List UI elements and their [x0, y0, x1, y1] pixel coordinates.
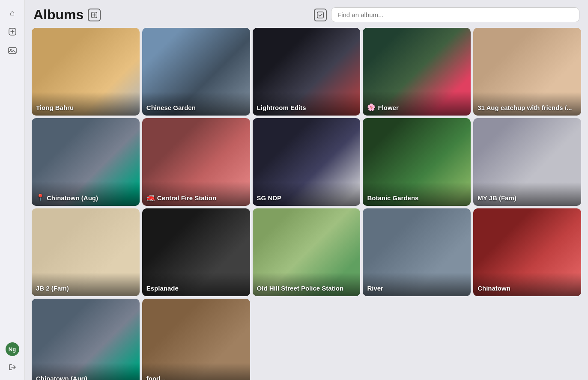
- album-title: River: [367, 285, 383, 292]
- album-label: Chinese Garden: [142, 92, 250, 116]
- album-label: Old Hill Street Police Station: [253, 273, 361, 296]
- album-card-ndp[interactable]: SG NDP: [253, 118, 361, 206]
- album-title: Tiong Bahru: [36, 104, 74, 111]
- sidebar-home-icon[interactable]: ⌂: [5, 5, 20, 21]
- album-card-chinatown2[interactable]: Chinatown: [473, 208, 581, 296]
- album-title: Old Hill Street Police Station: [257, 285, 344, 292]
- album-card-jb-fam[interactable]: MY JB (Fam): [473, 118, 581, 206]
- svg-rect-1: [9, 48, 16, 53]
- album-title: Flower: [378, 104, 398, 111]
- header-right: [314, 7, 579, 22]
- sidebar: ⌂ Ng: [0, 0, 25, 380]
- album-title: 31 Aug catchup with friends /...: [478, 104, 572, 111]
- album-card-esplanade[interactable]: Esplanade: [142, 208, 250, 296]
- sidebar-photos-icon[interactable]: [5, 43, 20, 58]
- album-title: Botanic Gardens: [367, 194, 418, 202]
- album-label: Chinatown (Aug): [32, 363, 140, 380]
- album-label: Chinatown: [473, 273, 581, 296]
- album-card-flower[interactable]: 🌸Flower: [363, 28, 471, 116]
- add-album-button[interactable]: [88, 9, 101, 21]
- album-emoji: 📍: [36, 193, 45, 202]
- sidebar-add-icon[interactable]: [5, 24, 20, 39]
- album-card-lightroom[interactable]: Lightroom Edits: [253, 28, 361, 116]
- album-label: River: [363, 273, 471, 296]
- title-text: Albums: [33, 7, 84, 23]
- album-card-river[interactable]: River: [363, 208, 471, 296]
- album-label: MY JB (Fam): [473, 182, 581, 206]
- album-label: Lightroom Edits: [253, 92, 361, 116]
- album-label: Esplanade: [142, 273, 250, 296]
- album-title: Chinatown: [478, 285, 510, 292]
- album-label: 📍Chinatown (Aug): [32, 181, 140, 206]
- album-card-central-fire[interactable]: 🚒Central Fire Station: [142, 118, 250, 206]
- album-label: Tiong Bahru: [32, 92, 140, 116]
- album-emoji: 🚒: [146, 193, 155, 202]
- album-card-chinatown-aug[interactable]: 📍Chinatown (Aug): [32, 118, 140, 206]
- album-card-chinatown-aug2[interactable]: Chinatown (Aug): [32, 299, 140, 380]
- album-label: 🌸Flower: [363, 91, 471, 116]
- album-title: Chinese Garden: [146, 104, 196, 111]
- album-label: Botanic Gardens: [363, 182, 471, 206]
- album-title: JB 2 (Fam): [36, 285, 69, 292]
- album-card-jb2[interactable]: JB 2 (Fam): [32, 208, 140, 296]
- album-label: 31 Aug catchup with friends /...: [473, 92, 581, 116]
- page-title: Albums: [33, 7, 101, 23]
- album-card-food[interactable]: food...: [142, 299, 250, 380]
- album-title: Lightroom Edits: [257, 104, 306, 111]
- album-card-catchup[interactable]: 31 Aug catchup with friends /...: [473, 28, 581, 116]
- select-button[interactable]: [314, 9, 327, 21]
- album-card-tiong-bahru[interactable]: Tiong Bahru: [32, 28, 140, 116]
- album-title: Central Fire Station: [157, 194, 216, 202]
- search-input[interactable]: [331, 7, 579, 22]
- svg-rect-4: [317, 12, 324, 18]
- sidebar-bottom: Ng: [5, 342, 20, 375]
- albums-grid: Tiong BahruChinese GardenLightroom Edits…: [25, 28, 588, 380]
- header: Albums: [25, 0, 588, 28]
- main-content: Albums Tiong BahruChinese GardenLightroo…: [25, 0, 588, 380]
- album-title: food...: [146, 375, 166, 380]
- album-title: Esplanade: [146, 285, 179, 292]
- album-title: Chinatown (Aug): [36, 375, 87, 380]
- album-card-hill-street[interactable]: Old Hill Street Police Station: [253, 208, 361, 296]
- album-label: SG NDP: [253, 182, 361, 206]
- album-label: food...: [142, 363, 250, 380]
- album-emoji: 🌸: [367, 103, 376, 111]
- album-card-chinese-garden[interactable]: Chinese Garden: [142, 28, 250, 116]
- sidebar-logout-icon[interactable]: [5, 359, 20, 375]
- album-card-botanic[interactable]: Botanic Gardens: [363, 118, 471, 206]
- avatar[interactable]: Ng: [6, 342, 19, 356]
- album-title: SG NDP: [257, 194, 282, 202]
- album-title: MY JB (Fam): [478, 194, 516, 202]
- album-title: Chinatown (Aug): [47, 194, 98, 202]
- album-label: 🚒Central Fire Station: [142, 181, 250, 206]
- svg-point-2: [10, 49, 12, 50]
- album-label: JB 2 (Fam): [32, 273, 140, 296]
